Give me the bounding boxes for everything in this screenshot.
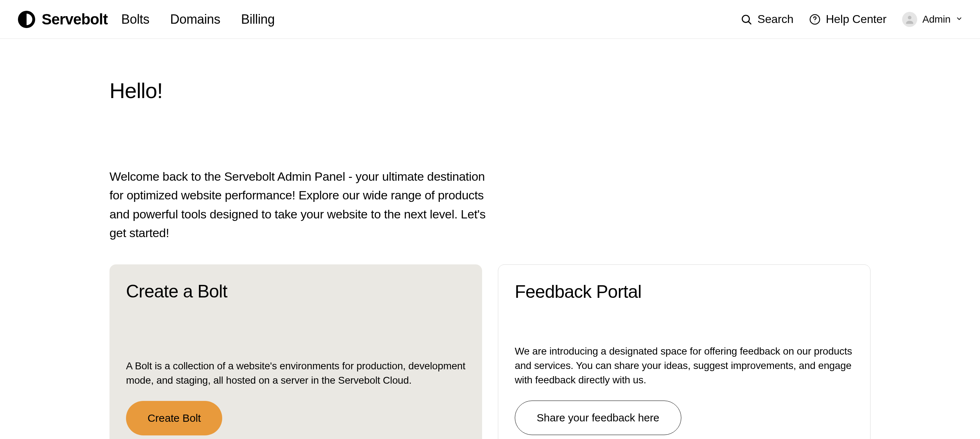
- create-bolt-button[interactable]: Create Bolt: [126, 401, 222, 436]
- help-icon: [809, 14, 821, 25]
- welcome-text: Welcome back to the Servebolt Admin Pane…: [110, 167, 493, 242]
- search-button[interactable]: Search: [740, 13, 793, 26]
- logo-mark-icon: [17, 10, 36, 29]
- feedback-button[interactable]: Share your feedback here: [515, 401, 681, 435]
- create-bolt-card: Create a Bolt A Bolt is a collection of …: [110, 264, 482, 439]
- svg-point-7: [908, 16, 912, 19]
- main-content: Hello! Welcome back to the Servebolt Adm…: [95, 78, 885, 439]
- cards-row: Create a Bolt A Bolt is a collection of …: [110, 264, 870, 439]
- feedback-card: Feedback Portal We are introducing a des…: [498, 264, 870, 439]
- create-bolt-title: Create a Bolt: [126, 281, 466, 302]
- logo[interactable]: Servebolt: [17, 10, 108, 29]
- feedback-body: We are introducing a designated space fo…: [515, 344, 854, 387]
- nav-bolts[interactable]: Bolts: [121, 12, 150, 27]
- feedback-title: Feedback Portal: [515, 281, 854, 302]
- svg-point-6: [815, 21, 816, 22]
- avatar: [902, 12, 917, 27]
- main-nav: Bolts Domains Billing: [121, 12, 275, 27]
- create-bolt-body: A Bolt is a collection of a website's en…: [126, 359, 466, 388]
- svg-line-4: [748, 22, 751, 24]
- help-center-button[interactable]: Help Center: [809, 13, 886, 26]
- chevron-down-icon: [956, 15, 963, 24]
- nav-domains[interactable]: Domains: [170, 12, 220, 27]
- nav-billing[interactable]: Billing: [241, 12, 275, 27]
- header-right: Search Help Center Admin: [740, 12, 963, 27]
- user-menu[interactable]: Admin: [902, 12, 963, 27]
- search-icon: [740, 13, 752, 26]
- wordmark: Servebolt: [41, 11, 108, 28]
- page-title: Hello!: [110, 78, 870, 103]
- user-name: Admin: [922, 14, 951, 25]
- search-label: Search: [757, 13, 793, 26]
- help-label: Help Center: [826, 13, 886, 26]
- app-header: Servebolt Bolts Domains Billing Search: [0, 0, 980, 39]
